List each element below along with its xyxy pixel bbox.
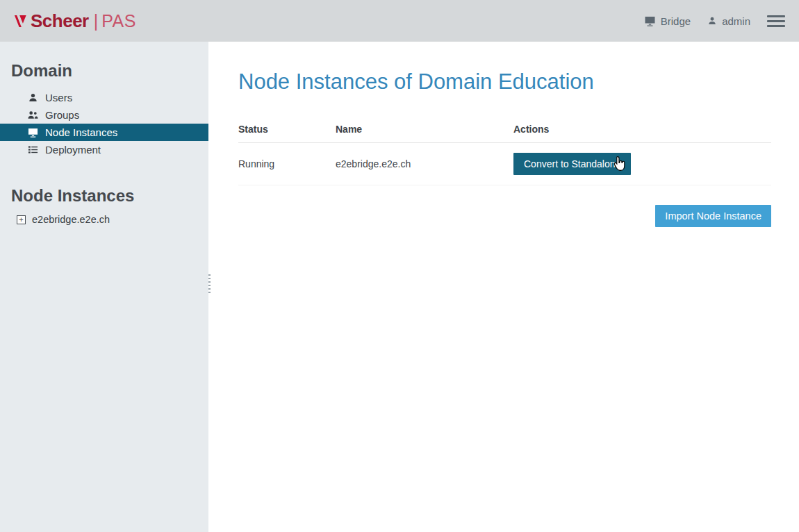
sidebar: Domain Users Groups Node Instances (0, 42, 208, 532)
column-header-status: Status (238, 117, 336, 143)
user-icon (28, 92, 38, 103)
sidebar-item-users[interactable]: Users (0, 89, 208, 106)
logo-brand-text: Scheer (31, 10, 89, 32)
user-icon (707, 16, 717, 26)
logo-product-text: PAS (101, 11, 136, 31)
column-header-name: Name (336, 117, 513, 143)
column-header-actions: Actions (513, 117, 771, 143)
node-instances-heading: Node Instances (11, 186, 208, 206)
app-header: Scheer | PAS Bridge admin (0, 0, 799, 42)
convert-to-standalone-button[interactable]: Convert to Standalone (513, 153, 631, 175)
sidebar-item-label: Users (45, 92, 72, 103)
sidebar-item-label: Deployment (45, 144, 101, 156)
sidebar-item-deployment[interactable]: Deployment (0, 141, 208, 158)
tree-expand-icon[interactable]: + (17, 215, 26, 224)
list-icon (28, 144, 38, 155)
scheer-pas-logo: Scheer | PAS (14, 10, 136, 32)
sidebar-item-label: Node Instances (45, 126, 117, 138)
header-actions: Bridge admin (644, 15, 785, 27)
actions-cell: Convert to Standalone (513, 143, 771, 185)
page-title: Node Instances of Domain Education (238, 69, 771, 94)
users-icon (28, 110, 38, 120)
bridge-menu-item[interactable]: Bridge (644, 15, 691, 27)
domain-heading: Domain (11, 61, 208, 81)
logo-separator: | (94, 11, 99, 31)
name-cell: e2ebridge.e2e.ch (336, 143, 513, 185)
user-label: admin (722, 15, 750, 27)
hamburger-menu-icon[interactable] (767, 15, 785, 27)
import-button-row: Import Node Instance (238, 205, 771, 227)
sidebar-item-label: Groups (45, 109, 79, 121)
main-content: Node Instances of Domain Education Statu… (211, 42, 799, 532)
status-cell: Running (238, 143, 336, 185)
table-row: Running e2ebridge.e2e.ch Convert to Stan… (238, 143, 771, 185)
monitor-icon (644, 15, 656, 26)
user-menu-item[interactable]: admin (707, 15, 750, 27)
sidebar-item-node-instances[interactable]: Node Instances (0, 124, 208, 141)
tree-item-e2ebridge[interactable]: + e2ebridge.e2e.ch (17, 214, 208, 225)
import-node-instance-button[interactable]: Import Node Instance (655, 205, 771, 227)
scheer-logo-icon (14, 13, 27, 29)
tree-item-label: e2ebridge.e2e.ch (32, 214, 110, 225)
node-instances-table: Status Name Actions Running e2ebridge.e2… (238, 117, 771, 185)
bridge-label: Bridge (661, 15, 691, 27)
domain-menu: Users Groups Node Instances Deployment (0, 89, 208, 158)
monitor-icon (28, 127, 38, 138)
sidebar-item-groups[interactable]: Groups (0, 106, 208, 124)
table-header-row: Status Name Actions (238, 117, 771, 143)
